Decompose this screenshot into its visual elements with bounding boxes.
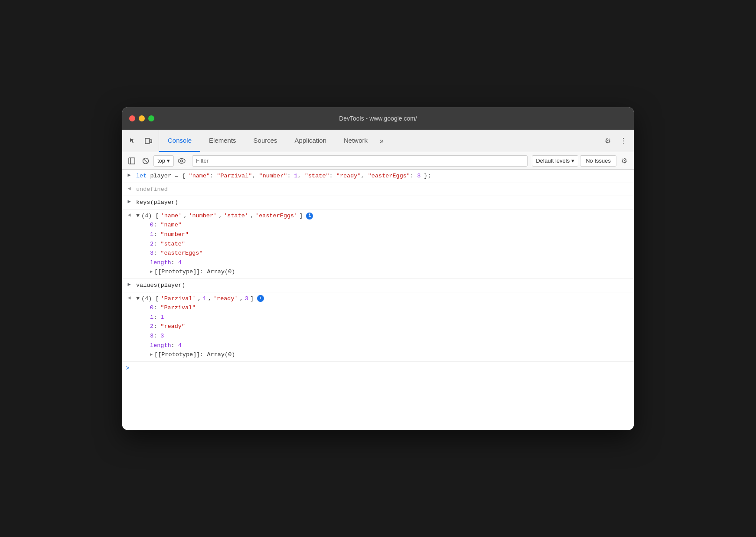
devtools-window: DevTools - www.google.com/ Console Eleme… bbox=[122, 107, 634, 430]
console-entry-2: ◀ undefined bbox=[122, 183, 634, 196]
log-levels-dropdown[interactable]: Default levels ▾ bbox=[532, 155, 578, 167]
tab-icon-area bbox=[122, 130, 159, 152]
expand-arrow-3[interactable]: ▶ bbox=[122, 197, 136, 206]
maximize-button[interactable] bbox=[148, 115, 154, 121]
expand-arrow-1[interactable]: ▶ bbox=[122, 170, 136, 180]
list-item: 2: "state" bbox=[150, 239, 632, 249]
context-selector[interactable]: top ▾ bbox=[153, 155, 174, 167]
list-item: 3: 3 bbox=[150, 331, 632, 341]
prototype-row-keys: ▶ [[Prototype]]: Array(0) bbox=[150, 267, 632, 277]
collapse-arrow-keys[interactable]: ▼ bbox=[136, 211, 140, 221]
console-entry-6: ◀ ▼ (4) ['Parzival', 1, 'ready', 3] i 0:… bbox=[122, 292, 634, 362]
prompt-icon: > bbox=[126, 363, 129, 373]
svg-point-6 bbox=[178, 158, 185, 163]
array-items-values: 0: "Parzival" 1: 1 2: "ready" 3: 3 lengt… bbox=[136, 303, 632, 360]
console-prompt[interactable]: > bbox=[122, 362, 634, 375]
close-button[interactable] bbox=[129, 115, 135, 121]
list-item: 1: 1 bbox=[150, 313, 632, 322]
more-tabs-button[interactable]: » bbox=[376, 130, 387, 152]
console-output: ▶ let player = { "name": "Parzival", "nu… bbox=[122, 170, 634, 430]
tab-bar: Console Elements Sources Application Net… bbox=[159, 130, 597, 152]
sidebar-toggle-icon[interactable] bbox=[126, 155, 138, 167]
no-issues-button[interactable]: No Issues bbox=[580, 155, 616, 167]
back-arrow-2: ◀ bbox=[122, 184, 136, 193]
console-settings-icon[interactable]: ⚙ bbox=[618, 155, 630, 167]
list-item: 0: "Parzival" bbox=[150, 303, 632, 313]
list-item: 0: "name" bbox=[150, 220, 632, 230]
prototype-row-values: ▶ [[Prototype]]: Array(0) bbox=[150, 350, 632, 360]
prototype-expand-icon[interactable]: ▶ bbox=[150, 268, 153, 275]
device-toolbar-icon[interactable] bbox=[141, 134, 155, 148]
list-item: length: 4 bbox=[150, 341, 632, 350]
array-header-values: ▼ (4) ['Parzival', 1, 'ready', 3] i bbox=[136, 294, 632, 304]
tab-console[interactable]: Console bbox=[159, 130, 200, 152]
clear-console-icon[interactable] bbox=[140, 155, 152, 167]
minimize-button[interactable] bbox=[139, 115, 145, 121]
live-expressions-icon[interactable] bbox=[176, 155, 188, 167]
toolbar-right: ⚙ ⋮ bbox=[597, 130, 634, 152]
customize-menu-icon[interactable]: ⋮ bbox=[616, 134, 630, 148]
secondary-toolbar: top ▾ Default levels ▾ No Issues ⚙ bbox=[122, 152, 634, 170]
back-arrow-6: ◀ bbox=[122, 293, 136, 302]
list-item: 2: "ready" bbox=[150, 322, 632, 331]
filter-input[interactable] bbox=[192, 155, 528, 167]
console-entry-5: ▶ values(player) bbox=[122, 279, 634, 292]
window-title: DevTools - www.google.com/ bbox=[339, 115, 417, 122]
console-entry-4: ◀ ▼ (4) ['name', 'number', 'state', 'eas… bbox=[122, 210, 634, 279]
traffic-lights bbox=[129, 115, 154, 121]
tab-application[interactable]: Application bbox=[286, 130, 335, 152]
console-entry-1: ▶ let player = { "name": "Parzival", "nu… bbox=[122, 170, 634, 183]
title-bar: DevTools - www.google.com/ bbox=[122, 107, 634, 130]
svg-rect-0 bbox=[145, 138, 150, 144]
back-arrow-4: ◀ bbox=[122, 210, 136, 219]
list-item: 1: "number" bbox=[150, 230, 632, 239]
tab-sources[interactable]: Sources bbox=[245, 130, 286, 152]
console-entry-3: ▶ keys(player) bbox=[122, 196, 634, 210]
svg-point-7 bbox=[181, 160, 183, 162]
svg-rect-2 bbox=[129, 158, 135, 164]
expand-arrow-5[interactable]: ▶ bbox=[122, 280, 136, 289]
svg-line-5 bbox=[144, 159, 147, 163]
collapse-arrow-values[interactable]: ▼ bbox=[136, 294, 140, 304]
svg-rect-1 bbox=[150, 140, 152, 143]
tab-elements[interactable]: Elements bbox=[200, 130, 245, 152]
settings-icon[interactable]: ⚙ bbox=[601, 134, 615, 148]
tab-network[interactable]: Network bbox=[335, 130, 376, 152]
list-item: 3: "easterEggs" bbox=[150, 249, 632, 258]
array-header-keys: ▼ (4) ['name', 'number', 'state', 'easte… bbox=[136, 211, 632, 221]
array-items-keys: 0: "name" 1: "number" 2: "state" 3: "eas… bbox=[136, 220, 632, 277]
prototype-expand-icon-values[interactable]: ▶ bbox=[150, 351, 153, 358]
inspect-element-icon[interactable] bbox=[126, 134, 140, 148]
info-badge-keys[interactable]: i bbox=[306, 213, 313, 219]
list-item: length: 4 bbox=[150, 258, 632, 268]
main-toolbar: Console Elements Sources Application Net… bbox=[122, 130, 634, 152]
info-badge-values[interactable]: i bbox=[257, 295, 264, 302]
